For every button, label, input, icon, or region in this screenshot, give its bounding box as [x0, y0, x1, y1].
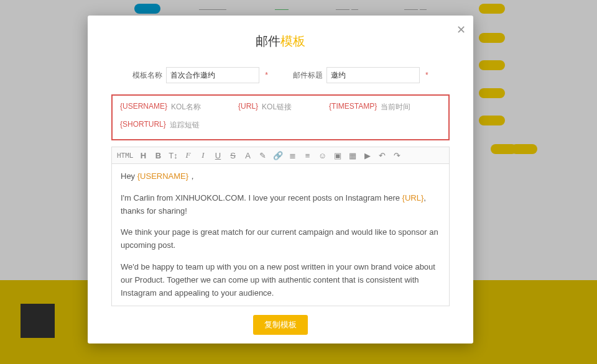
var-username: {USERNAME}KOL名称	[120, 102, 201, 112]
template-name-input[interactable]	[166, 67, 259, 83]
toolbar-link-button[interactable]: 🔗	[273, 151, 283, 160]
modal-title: 邮件模板	[88, 33, 473, 50]
editor-content[interactable]: Hey {USERNAME}， I'm Carlin from XINHUOKO…	[112, 164, 449, 306]
close-button[interactable]: ✕	[456, 23, 466, 37]
toolbar-heading-button[interactable]: H	[139, 151, 149, 160]
toolbar-font-button[interactable]: F	[183, 150, 193, 160]
toolbar-ul-button[interactable]: ≡	[303, 151, 313, 160]
toolbar-bold-button[interactable]: B	[154, 151, 164, 160]
rich-text-editor: HTML H B T↕ F I U S A ✎ 🔗 ≣ ≡ ☺ ▣ ▦ ▶ ↶ …	[111, 147, 450, 306]
template-name-label: 模板名称	[132, 70, 162, 81]
required-marker: *	[425, 71, 428, 80]
toolbar-emoji-button[interactable]: ☺	[318, 151, 328, 160]
email-subject-label: 邮件标题	[293, 70, 323, 81]
variables-box: {USERNAME}KOL名称 {URL}KOL链接 {TIMESTAMP}当前…	[111, 94, 450, 140]
toolbar-highlight-button[interactable]: ✎	[258, 151, 268, 160]
var-url: {URL}KOL链接	[238, 102, 292, 112]
form-row: 模板名称 * 邮件标题 *	[88, 67, 473, 83]
email-subject-input[interactable]	[326, 67, 420, 83]
toolbar-table-button[interactable]: ▦	[348, 151, 358, 160]
editor-toolbar: HTML H B T↕ F I U S A ✎ 🔗 ≣ ≡ ☺ ▣ ▦ ▶ ↶ …	[112, 147, 449, 164]
toolbar-ol-button[interactable]: ≣	[288, 151, 298, 160]
toolbar-underline-button[interactable]: U	[213, 151, 223, 160]
email-template-modal: ✕ 邮件模板 模板名称 * 邮件标题 * {USERNAME}KOL名称 {UR…	[88, 16, 473, 344]
toolbar-color-button[interactable]: A	[243, 151, 253, 160]
copy-template-button[interactable]: 复制模板	[253, 315, 308, 335]
toolbar-video-button[interactable]: ▶	[363, 151, 373, 160]
close-icon: ✕	[456, 24, 466, 36]
toolbar-fontsize-button[interactable]: T↕	[169, 151, 178, 160]
var-shorturl: {SHORTURL}追踪短链	[120, 120, 200, 130]
toolbar-image-button[interactable]: ▣	[333, 151, 343, 160]
required-marker: *	[265, 71, 268, 80]
toolbar-strike-button[interactable]: S	[228, 151, 238, 160]
toolbar-html-button[interactable]: HTML	[117, 152, 134, 160]
toolbar-italic-button[interactable]: I	[198, 150, 208, 160]
toolbar-redo-button[interactable]: ↷	[392, 151, 402, 160]
var-timestamp: {TIMESTAMP}当前时间	[329, 102, 410, 112]
toolbar-undo-button[interactable]: ↶	[377, 151, 387, 160]
